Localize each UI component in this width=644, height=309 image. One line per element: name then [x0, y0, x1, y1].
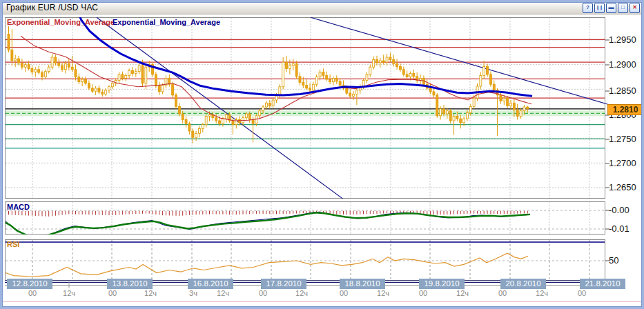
rsi-canvas[interactable] — [5, 239, 605, 281]
macd-axis-label: -0.01 — [609, 224, 643, 234]
time-axis-label: 00 — [412, 289, 434, 297]
rsi-label: RSI — [7, 240, 19, 248]
rsi-axis-label: 50 — [609, 256, 643, 266]
date-axis-label: 13.8.2010 — [107, 279, 153, 289]
pause-button[interactable]: ❙❙ — [594, 3, 605, 13]
chart-window: График EUR /USD ЧАС ?❙❙▬□✕ Exponential_M… — [0, 0, 644, 309]
window-title: График EUR /USD ЧАС — [2, 3, 98, 12]
price-axis-label: 1.2850 — [609, 86, 643, 96]
time-axis-label: 12ч — [372, 289, 394, 297]
time-axis-label: 00 — [252, 289, 274, 297]
title-bar[interactable]: График EUR /USD ЧАС ?❙❙▬□✕ — [2, 1, 642, 14]
date-axis-label: 20.8.2010 — [500, 279, 546, 289]
time-axis-label: 00 — [491, 289, 514, 297]
time-axis-label: 00 — [101, 289, 124, 297]
time-axis-label: 3ч — [182, 289, 204, 297]
time-axis-label: 12ч — [291, 289, 313, 297]
macd-label: MACD — [7, 203, 30, 211]
price-axis-label: 1.2900 — [609, 60, 643, 70]
time-axis-label: 12ч — [58, 289, 80, 297]
date-axis-label: 12.8.2010 — [7, 279, 52, 289]
time-axis-label: 00 — [21, 289, 43, 297]
time-axis-label: 12ч — [139, 289, 162, 297]
ema-blue-label: Exponential_Moving_Average — [113, 18, 220, 26]
price-axis-label: 1.2700 — [609, 159, 643, 168]
time-axis-label: 12ч — [531, 289, 553, 297]
bottom-divider — [2, 301, 642, 302]
window-controls: ?❙❙▬□✕ — [583, 3, 642, 13]
close-button[interactable]: ✕ — [630, 3, 640, 13]
time-axis-label: 12ч — [212, 289, 234, 297]
time-axis-label: 12ч — [451, 289, 474, 297]
macd-canvas[interactable] — [5, 201, 605, 235]
main-chart-canvas[interactable] — [5, 17, 605, 199]
macd-axis-label: -0.00 — [609, 206, 643, 215]
time-axis-label: 00 — [333, 289, 355, 297]
price-axis-label: 1.2750 — [609, 134, 643, 144]
price-axis-label: 1.2650 — [609, 183, 643, 192]
date-axis-label: 21.8.2010 — [580, 279, 625, 289]
ema-red-label: Exponential_Moving_Average — [7, 18, 115, 26]
help-button[interactable]: ? — [583, 3, 593, 13]
date-axis-label: 17.8.2010 — [261, 279, 306, 289]
maximize-button[interactable]: □ — [618, 3, 628, 13]
current-price-badge: 1.2810 — [607, 104, 643, 115]
minimize-button[interactable]: ▬ — [606, 3, 616, 13]
price-axis-label: 1.2950 — [609, 35, 643, 45]
date-axis-label: 19.8.2010 — [419, 279, 465, 289]
time-axis-label: 00 — [571, 289, 593, 297]
date-axis-label: 16.8.2010 — [188, 279, 233, 289]
date-axis-label: 18.8.2010 — [340, 279, 385, 289]
